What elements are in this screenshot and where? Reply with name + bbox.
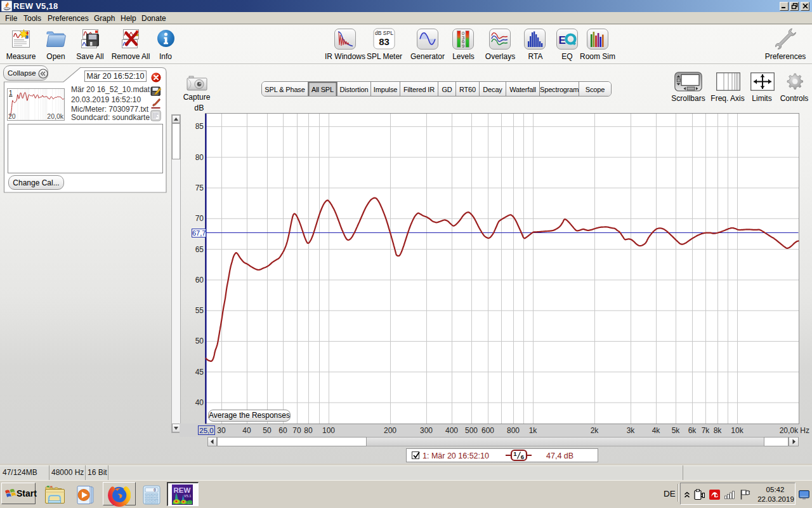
svg-text:REW: REW	[174, 486, 191, 494]
svg-text:6: 6	[521, 453, 524, 460]
svg-text:V5.1: V5.1	[184, 494, 191, 498]
svg-text:1: 1	[513, 450, 517, 457]
svg-text:0: 0	[154, 488, 156, 493]
